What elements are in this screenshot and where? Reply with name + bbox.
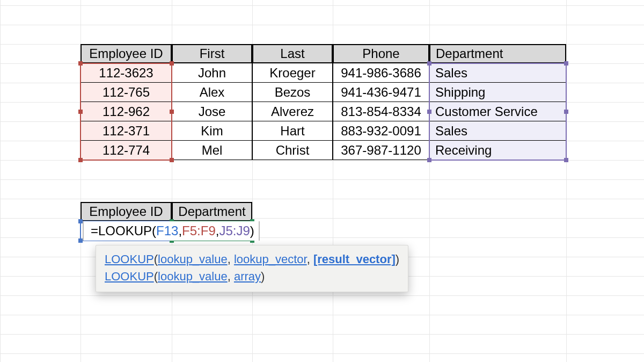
tooltip-text: ): [261, 270, 265, 283]
tooltip-text: (: [154, 270, 158, 283]
table-header-first[interactable]: First: [172, 44, 252, 63]
spreadsheet[interactable]: Employee IDFirstLastPhoneDepartment112-3…: [0, 0, 644, 362]
table-cell[interactable]: Alverez: [252, 102, 333, 121]
tooltip-arg-link-current[interactable]: [result_vector]: [313, 252, 396, 266]
table-cell[interactable]: Alex: [172, 83, 252, 102]
tooltip-arg-link[interactable]: lookup_value: [158, 252, 228, 266]
formula-sep: ,: [178, 223, 182, 238]
table-cell[interactable]: Bezos: [252, 83, 333, 102]
table-cell[interactable]: John: [172, 63, 252, 83]
table-cell[interactable]: 112-765: [80, 83, 172, 102]
formula-text: =LOOKUP(: [91, 223, 156, 238]
table-cell[interactable]: 941-986-3686: [333, 63, 429, 83]
table-cell[interactable]: 112-774: [80, 141, 172, 160]
formula-arg-2: F5:F9: [182, 223, 216, 238]
tooltip-text: ,: [228, 252, 234, 266]
table-cell[interactable]: 112-3623: [80, 63, 172, 83]
tooltip-signature-2: LOOKUP(lookup_value, array): [105, 268, 399, 285]
tooltip-text: ,: [228, 270, 234, 283]
formula-text: ): [250, 223, 254, 238]
table-cell[interactable]: Shipping: [429, 83, 566, 102]
tooltip-fn-link[interactable]: LOOKUP: [105, 252, 154, 266]
table-cell[interactable]: 112-962: [80, 102, 172, 121]
table-cell[interactable]: 883-932-0091: [333, 121, 429, 141]
tooltip-fn-link[interactable]: LOOKUP: [105, 270, 154, 283]
table-header-employee-id[interactable]: Employee ID: [80, 44, 172, 63]
table-cell[interactable]: Hart: [252, 121, 333, 141]
table-cell[interactable]: Kroeger: [252, 63, 333, 83]
table-cell[interactable]: Customer Service: [429, 102, 566, 121]
table-cell[interactable]: Kim: [172, 121, 252, 141]
table-cell[interactable]: 367-987-1120: [333, 141, 429, 160]
table-cell[interactable]: Mel: [172, 141, 252, 160]
tooltip-text: ,: [307, 252, 313, 266]
formula-cell[interactable]: =LOOKUP(F13,F5:F9,J5:J9): [84, 221, 259, 241]
table-cell[interactable]: Christ: [252, 141, 333, 160]
table-header-last[interactable]: Last: [252, 44, 333, 63]
tooltip-arg-link[interactable]: lookup_value: [158, 270, 228, 283]
table-header-phone[interactable]: Phone: [333, 44, 429, 63]
lookup-table-header[interactable]: Employee ID: [80, 202, 172, 221]
table-cell[interactable]: Sales: [429, 121, 566, 141]
table-cell[interactable]: 112-371: [80, 121, 172, 141]
table-cell[interactable]: 941-436-9471: [333, 83, 429, 102]
table-cell[interactable]: 813-854-8334: [333, 102, 429, 121]
tooltip-arg-link[interactable]: array: [234, 270, 261, 283]
table-cell[interactable]: Jose: [172, 102, 252, 121]
formula-arg-1: F13: [156, 223, 178, 238]
tooltip-text: ): [396, 252, 399, 266]
function-tooltip: LOOKUP(lookup_value, lookup_vector, [res…: [96, 245, 408, 292]
table-header-department[interactable]: Department: [429, 44, 566, 63]
formula-arg-3: J5:J9: [219, 223, 250, 238]
tooltip-text: (: [154, 252, 158, 266]
lookup-table-header[interactable]: Department: [172, 202, 252, 221]
table-cell[interactable]: Receiving: [429, 141, 566, 160]
table-cell[interactable]: Sales: [429, 63, 566, 83]
tooltip-arg-link[interactable]: lookup_vector: [234, 252, 307, 266]
formula-sep: ,: [216, 223, 219, 238]
tooltip-signature-1: LOOKUP(lookup_value, lookup_vector, [res…: [105, 251, 399, 268]
